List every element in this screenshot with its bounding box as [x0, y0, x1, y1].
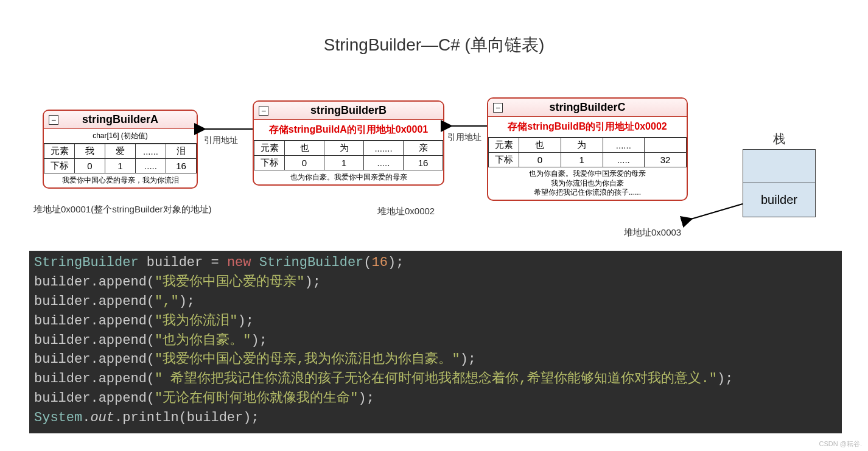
stack-empty-cell	[743, 150, 815, 183]
svg-line-2	[691, 204, 743, 219]
box-a-subtitle: char[16] (初始值)	[44, 129, 197, 144]
stringbuilder-a-box: − stringBuilderA char[16] (初始值) 元素 我 爱 .…	[43, 110, 198, 189]
tok: builder	[34, 352, 90, 367]
cell: ......	[136, 144, 166, 159]
tok: ","	[155, 294, 179, 309]
tok: out	[90, 410, 114, 425]
cell: 1	[561, 153, 603, 167]
cell: 也	[519, 138, 561, 153]
box-b-footer: 也为你自豪。我爱你中国亲爱的母亲	[254, 170, 443, 184]
box-a-header: − stringBuilderA	[44, 111, 197, 129]
cell: 0	[519, 153, 561, 167]
cell: 1	[105, 159, 136, 173]
box-b-caption: 堆地址0x0002	[377, 206, 435, 217]
box-a-title: stringBuilderA	[82, 113, 158, 125]
cell: 1	[324, 156, 364, 170]
box-b-ref: 存储stringBuildA的引用地址0x0001	[254, 120, 443, 141]
tok: append	[99, 274, 147, 290]
cell: 下标	[44, 159, 75, 173]
cell: .....	[364, 156, 404, 170]
cell: .....	[136, 159, 166, 173]
collapse-icon: −	[49, 115, 58, 125]
box-a-footer: 我爱你中国心爱的母亲，我为你流泪	[44, 173, 197, 187]
box-c-ref: 存储stringBuildB的引用地址0x0002	[488, 117, 687, 138]
watermark: CSDN @耘谷.	[819, 439, 862, 449]
tok: 16	[372, 255, 388, 270]
tok: "无论在何时何地你就像我的生命"	[155, 391, 358, 406]
tok: "我为你流泪"	[155, 313, 237, 329]
cell	[645, 138, 687, 153]
tok: =	[211, 255, 219, 270]
arrow-cb-label: 引用地址	[447, 132, 481, 143]
cell: 为	[324, 141, 364, 156]
cell: 泪	[166, 144, 197, 159]
diagram-title: StringBuilder—C# (单向链表)	[0, 33, 868, 57]
tok: "我爱你中国心爱的母亲"	[155, 274, 304, 290]
cell: 0	[75, 159, 105, 173]
cell: 元素	[44, 144, 75, 159]
box-c-caption: 堆地址0x0003	[624, 227, 681, 239]
cell: 16	[166, 159, 197, 173]
tok: builder	[34, 294, 90, 309]
tok: builder	[34, 274, 90, 290]
box-b-title: stringBuilderB	[310, 104, 387, 116]
box-a-caption: 堆地址0x0001(整个stringBuilder对象的地址)	[33, 204, 212, 215]
tok: append	[99, 294, 147, 309]
tok: " 希望你把我记住你流浪的孩子无论在何时何地我都想念着你,希望你能够知道你对我的…	[155, 371, 717, 386]
cell: 0	[285, 156, 324, 170]
collapse-icon: −	[259, 106, 268, 116]
tok: System	[34, 410, 82, 425]
tok: new	[227, 255, 251, 270]
stringbuilder-b-box: − stringBuilderB 存储stringBuildA的引用地址0x00…	[253, 100, 444, 186]
cell: .....	[603, 153, 645, 167]
tok: StringBuilder	[34, 255, 139, 270]
tok: append	[99, 352, 147, 367]
cell: 为	[561, 138, 603, 153]
code-block: StringBuilder builder = new StringBuilde…	[29, 251, 842, 433]
tok: append	[99, 391, 147, 406]
stack-label: 栈	[749, 131, 810, 147]
box-b-table: 元素 也 为 ....... 亲 下标 0 1 ..... 16	[254, 141, 443, 170]
cell: 亲	[404, 141, 443, 156]
tok: "我爱你中国心爱的母亲,我为你流泪也为你自豪。"	[155, 352, 460, 367]
arrow-ba-label: 引用地址	[204, 135, 238, 146]
arrow-stack-to-c	[685, 201, 746, 225]
tok: builder	[34, 333, 90, 348]
stack-box: builder	[743, 149, 816, 217]
box-c-footer: 也为你自豪。我爱你中国亲爱的母亲 我为你流泪也为你自豪 希望你把我记住你流浪的孩…	[488, 167, 687, 200]
tok: append	[99, 333, 147, 348]
stack-builder-cell: builder	[743, 183, 815, 217]
tok: "也为你自豪。"	[155, 333, 251, 348]
tok: println	[122, 410, 178, 425]
box-c-title: stringBuilderC	[549, 101, 625, 113]
tok: append	[99, 313, 147, 329]
collapse-icon: −	[493, 103, 503, 113]
tok: append	[99, 371, 147, 386]
cell: 元素	[254, 141, 285, 156]
box-c-table: 元素 也 为 ...... 下标 0 1 ..... 32	[488, 138, 687, 167]
box-c-footer-line3: 希望你把我记住你流浪的孩子......	[491, 188, 684, 198]
box-c-footer-line2: 我为你流泪也为你自豪	[491, 179, 684, 189]
cell: 下标	[489, 153, 519, 167]
cell: 也	[285, 141, 324, 156]
box-b-header: − stringBuilderB	[254, 102, 443, 120]
cell: 元素	[489, 138, 519, 153]
cell: ......	[603, 138, 645, 153]
box-c-footer-line1: 也为你自豪。我爱你中国亲爱的母亲	[491, 169, 684, 179]
box-c-header: − stringBuilderC	[488, 99, 687, 117]
tok: builder	[34, 313, 90, 329]
tok: builder	[147, 255, 203, 270]
tok: builder	[34, 391, 90, 406]
cell: 我	[75, 144, 105, 159]
cell: 爱	[105, 144, 136, 159]
cell: 32	[645, 153, 687, 167]
cell: 16	[404, 156, 443, 170]
box-a-table: 元素 我 爱 ...... 泪 下标 0 1 ..... 16	[44, 144, 197, 173]
cell: 下标	[254, 156, 285, 170]
tok: builder	[187, 410, 243, 425]
tok: StringBuilder	[259, 255, 364, 270]
cell: .......	[364, 141, 404, 156]
stringbuilder-c-box: − stringBuilderC 存储stringBuildB的引用地址0x00…	[487, 97, 688, 201]
tok: builder	[34, 371, 90, 386]
